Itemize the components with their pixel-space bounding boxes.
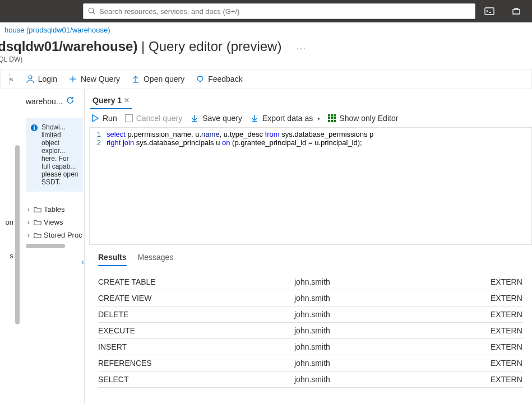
collapse-sidebar-icon[interactable]: ‹ xyxy=(81,257,84,266)
info-text: Showi... limited object explor... here. … xyxy=(41,123,78,186)
cloud-shell-icon[interactable] xyxy=(478,0,501,22)
user-icon xyxy=(26,75,35,83)
refresh-button[interactable] xyxy=(66,96,75,106)
cancel-label: Cancel query xyxy=(136,114,183,123)
svg-rect-10 xyxy=(34,126,35,127)
svg-point-3 xyxy=(29,76,32,79)
breadcrumb: house (prodsqldw01/warehouse) xyxy=(0,22,532,38)
scrollbar-thumb[interactable] xyxy=(15,145,20,324)
export-data-button[interactable]: Export data as ▾ xyxy=(250,114,320,123)
cell-perm: SELECT xyxy=(98,375,294,384)
tree-views[interactable]: › Views xyxy=(26,216,84,229)
refresh-icon xyxy=(66,96,75,105)
cell-name: john.smith xyxy=(294,277,491,286)
feedback-button[interactable]: Feedback xyxy=(190,75,248,83)
cell-perm: REFERENCES xyxy=(98,359,294,368)
results-area: Results Messages CREATE TABLEjohn.smithE… xyxy=(85,245,532,388)
close-tab-icon[interactable]: ✕ xyxy=(124,96,129,104)
cancel-query-button: Cancel query xyxy=(125,114,183,123)
tab-messages[interactable]: Messages xyxy=(138,250,174,266)
explorer-header: warehou... xyxy=(26,96,84,106)
folder-icon xyxy=(34,219,41,226)
title-page: Query editor (preview) xyxy=(149,39,281,54)
table-row[interactable]: SELECTjohn.smithEXTERN xyxy=(98,372,523,388)
tree-label: Stored Proc xyxy=(44,231,82,239)
folder-icon xyxy=(34,206,41,213)
cell-name: john.smith xyxy=(294,342,491,351)
save-query-button[interactable]: Save query xyxy=(190,114,242,123)
collapse-icon[interactable]: « xyxy=(10,75,13,83)
top-bar xyxy=(0,0,532,22)
feedback-label: Feedback xyxy=(208,75,242,83)
cell-name: john.smith xyxy=(294,294,491,303)
cell-type: EXTERN xyxy=(491,342,523,351)
page-title: rodsqldw01/warehouse) | Query editor (pr… xyxy=(0,39,285,54)
tree-label: Tables xyxy=(44,205,65,213)
chevron-down-icon: ▾ xyxy=(316,115,320,122)
notifications-icon[interactable] xyxy=(505,0,528,22)
tree-tables[interactable]: › Tables xyxy=(26,203,84,216)
cell-perm: DELETE xyxy=(98,310,294,319)
chevron-right-icon: › xyxy=(26,231,31,239)
cell-name: john.smith xyxy=(294,326,491,335)
login-button[interactable]: Login xyxy=(20,75,63,83)
left-nav-stub: on s xyxy=(0,89,13,403)
pin-stub[interactable] xyxy=(5,73,10,85)
title-resource: rodsqldw01/warehouse) xyxy=(0,39,137,54)
cell-name: john.smith xyxy=(294,310,491,319)
plus-icon xyxy=(68,75,77,83)
upload-icon xyxy=(131,75,140,83)
tab-label: Query 1 xyxy=(92,96,122,105)
object-explorer: warehou... Showi... limited object explo… xyxy=(21,89,84,403)
cell-type: EXTERN xyxy=(491,326,523,335)
tab-query1[interactable]: Query 1 ✕ xyxy=(90,94,132,109)
svg-line-1 xyxy=(93,12,95,15)
show-only-editor-button[interactable]: Show only Editor xyxy=(328,114,398,123)
cell-type: EXTERN xyxy=(491,359,523,368)
run-button[interactable]: Run xyxy=(90,114,117,123)
info-icon xyxy=(30,124,38,132)
gutter: 2 xyxy=(90,138,107,147)
table-row[interactable]: REFERENCESjohn.smithEXTERN xyxy=(98,355,523,372)
download-icon xyxy=(190,114,199,123)
title-wrap: rodsqldw01/warehouse) | Query editor (pr… xyxy=(0,38,532,54)
cell-perm: CREATE VIEW xyxy=(98,294,294,303)
file-tabs: Query 1 ✕ xyxy=(85,89,532,109)
more-icon[interactable]: ··· xyxy=(285,44,307,53)
tree-sprocs[interactable]: › Stored Proc xyxy=(26,229,84,242)
login-label: Login xyxy=(38,75,57,83)
folder-icon xyxy=(34,231,41,239)
editor-column: ‹ Query 1 ✕ Run Cancel query Save query xyxy=(84,89,532,403)
sql-editor[interactable]: 1 select p.permission_name, u.name, u.ty… xyxy=(89,127,532,245)
svg-rect-2 xyxy=(485,8,494,15)
tab-results[interactable]: Results xyxy=(98,250,127,266)
table-row[interactable]: CREATE VIEWjohn.smithEXTERN xyxy=(98,290,523,307)
table-row[interactable]: INSERTjohn.smithEXTERN xyxy=(98,339,523,355)
table-row[interactable]: EXECUTEjohn.smithEXTERN xyxy=(98,323,523,339)
explorer-h-scrollbar[interactable] xyxy=(26,244,65,248)
code-line-2: 2 right join sys.database_principals u o… xyxy=(90,138,531,147)
new-query-button[interactable]: New Query xyxy=(63,75,126,83)
nav-stub-a[interactable]: on xyxy=(6,218,13,226)
breadcrumb-link[interactable]: house (prodsqldw01/warehouse) xyxy=(4,26,110,34)
open-query-button[interactable]: Open query xyxy=(126,75,190,83)
search-icon xyxy=(88,7,96,15)
table-row[interactable]: CREATE TABLEjohn.smithEXTERN xyxy=(98,274,523,290)
global-search[interactable] xyxy=(83,3,475,19)
run-label: Run xyxy=(103,114,117,123)
download-icon xyxy=(250,114,259,123)
title-sep: | xyxy=(137,39,149,54)
explorer-tree: › Tables › Views › Stored Proc xyxy=(26,203,84,248)
body: on s warehou... Showi... limited object … xyxy=(0,89,532,403)
export-label: Export data as xyxy=(262,114,313,123)
left-scrollbar xyxy=(13,89,21,403)
stop-icon xyxy=(125,114,133,122)
search-input[interactable] xyxy=(99,7,470,16)
query-toolbar: Run Cancel query Save query Export data … xyxy=(85,109,532,127)
table-row[interactable]: DELETEjohn.smithEXTERN xyxy=(98,307,523,323)
cell-type: EXTERN xyxy=(491,375,523,384)
showonly-label: Show only Editor xyxy=(339,114,398,123)
new-query-label: New Query xyxy=(81,75,120,83)
cell-type: EXTERN xyxy=(491,294,523,303)
svg-rect-9 xyxy=(34,127,35,130)
